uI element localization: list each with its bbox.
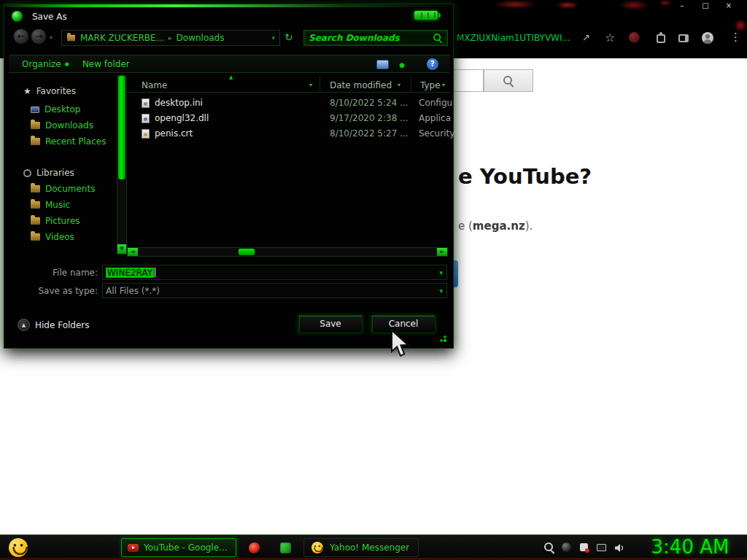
file-list: ▲ Name ▾ Date modified ▾ Type ▾ desktop.… [127, 75, 450, 246]
hide-folders-button[interactable]: ▲ Hide Folders [18, 319, 90, 331]
column-type-dropdown-icon[interactable]: ▾ [442, 82, 445, 88]
scrollbar-thumb[interactable] [118, 76, 125, 179]
paint-splatter [659, 0, 672, 6]
file-row-opengl32-dll[interactable]: opengl32.dll 9/17/2020 2:38 ... Applica [127, 112, 450, 127]
file-row-crt[interactable]: penis.crt 8/10/2022 5:27 ... Security [127, 127, 450, 142]
column-date-modified[interactable]: Date modified [330, 80, 392, 90]
sidebar-item-documents[interactable]: Documents [31, 183, 95, 195]
file-list-hscrollbar[interactable]: ◄ ► [127, 247, 448, 257]
save-as-type-dropdown-icon[interactable]: ▾ [439, 287, 443, 295]
file-name-dropdown-icon[interactable]: ▾ [439, 269, 443, 276]
favorites-header[interactable]: ★ Favorites [23, 85, 76, 97]
scroll-down-icon[interactable]: ▼ [117, 244, 126, 254]
certificate-file-icon [142, 129, 150, 139]
taskbar-app-icon-red[interactable] [249, 542, 260, 553]
dialog-search-box[interactable]: Search Downloads [303, 30, 448, 46]
yahoo-smiley-icon [311, 542, 323, 553]
search-placeholder: Search Downloads [309, 33, 433, 43]
paint-splatter [493, 0, 537, 9]
new-folder-button[interactable]: New folder [82, 59, 130, 69]
tray-search-icon[interactable] [544, 542, 554, 553]
favorites-star-icon: ★ [23, 87, 31, 96]
column-date-dropdown-icon[interactable]: ▾ [398, 82, 400, 88]
organize-button[interactable]: Organize● [22, 59, 69, 69]
bookmark-star-icon[interactable]: ☆ [605, 31, 615, 44]
nav-history-dropdown-icon[interactable]: ▾ [50, 34, 53, 41]
window-minimize-button[interactable]: – [674, 1, 690, 10]
breadcrumb-downloads[interactable]: Downloads [177, 33, 225, 43]
tray-sphere-icon[interactable] [561, 542, 572, 553]
forward-button[interactable]: → [31, 28, 47, 44]
views-dropdown-icon[interactable]: ● [399, 61, 405, 69]
taskbar-clock[interactable]: 3:40 AM [642, 535, 738, 559]
paint-splatter [556, 1, 579, 9]
mega-link[interactable]: mega.nz [473, 219, 525, 233]
dialog-toolbar: Organize● New folder ● ? [9, 55, 450, 73]
page-heading-fragment: e YouTube? [458, 164, 592, 189]
dialog-sidebar: ★ Favorites Desktop Downloads Recent Pla… [9, 75, 117, 254]
sidebar-item-recent-places[interactable]: Recent Places [31, 136, 106, 147]
videos-icon [31, 233, 40, 241]
start-button-smiley-icon[interactable] [9, 538, 28, 557]
save-as-dialog: Save As ← → ▾ MARK ZUCKERBE... ▸ Downloa… [4, 4, 454, 349]
refresh-icon[interactable]: ↻ [285, 32, 293, 42]
sidebar-item-music[interactable]: Music [31, 199, 70, 211]
folder-icon [67, 35, 75, 42]
sidebar-item-videos[interactable]: Videos [31, 231, 74, 243]
column-name-dropdown-icon[interactable]: ▾ [309, 82, 312, 88]
libraries-icon [23, 169, 31, 177]
sidebar-scrollbar[interactable]: ▼ [117, 75, 127, 254]
scroll-right-icon[interactable]: ► [437, 248, 447, 256]
menu-dots-icon[interactable]: ⋮ [730, 31, 741, 44]
tray-volume-icon[interactable] [614, 543, 625, 553]
dialog-app-icon [12, 11, 23, 22]
sidebar-item-pictures[interactable]: Pictures [31, 215, 80, 227]
dll-file-icon [142, 114, 150, 123]
resize-grip[interactable] [438, 333, 446, 342]
back-button[interactable]: ← [13, 28, 29, 44]
save-button[interactable]: Save [298, 315, 363, 333]
battery-icon [414, 11, 438, 20]
tray-notification-icon[interactable] [580, 543, 588, 551]
desktop: – □ × MXZIUXNiam1UTIBYVWI... ↗ ☆ ⋮ e You… [0, 0, 747, 560]
window-maximize-button[interactable]: □ [697, 1, 713, 10]
column-name[interactable]: Name [142, 80, 167, 90]
desktop-icon [31, 106, 39, 113]
file-row-desktop-ini[interactable]: desktop.ini 8/10/2022 5:24 ... Configu [127, 96, 450, 112]
youtube-icon [128, 544, 139, 552]
file-name-input[interactable]: WINE2RAY ▾ [102, 265, 447, 280]
breadcrumb[interactable]: MARK ZUCKERBE... ▸ Downloads ▾ [61, 30, 280, 46]
address-bar-text[interactable]: MXZIUXNiam1UTIBYVWI... [457, 33, 570, 43]
file-name-value: WINE2RAY [106, 268, 154, 278]
hscrollbar-thumb[interactable] [239, 249, 255, 255]
breadcrumb-dropdown-icon[interactable]: ▾ [271, 34, 275, 42]
save-as-type-label: Save as type: [4, 286, 98, 296]
sidebar-item-downloads[interactable]: Downloads [31, 120, 93, 131]
libraries-header[interactable]: Libraries [23, 167, 74, 179]
column-type[interactable]: Type [420, 80, 441, 90]
collapse-up-icon: ▲ [18, 319, 30, 331]
pictures-icon [31, 217, 40, 225]
profile-icon[interactable] [702, 32, 713, 44]
ini-file-icon [142, 98, 150, 108]
scroll-left-icon[interactable]: ◄ [128, 248, 138, 256]
account-avatar[interactable] [629, 32, 640, 43]
taskbar-item-yahoo-messenger[interactable]: Yahoo! Messenger [303, 538, 419, 557]
page-search-button[interactable] [484, 69, 533, 92]
search-icon [433, 34, 442, 42]
share-icon[interactable]: ↗ [582, 32, 590, 43]
extensions-puzzle-icon[interactable] [657, 34, 665, 43]
taskbar-app-icon-green[interactable] [280, 542, 291, 553]
help-icon[interactable]: ? [427, 58, 438, 70]
tray-network-icon[interactable] [597, 544, 606, 551]
views-icon[interactable] [376, 60, 389, 69]
sort-ascending-icon: ▲ [229, 74, 233, 80]
save-as-type-value: All Files (*.*) [106, 286, 160, 296]
side-panel-icon[interactable] [678, 34, 689, 42]
save-as-type-select[interactable]: All Files (*.*) ▾ [102, 283, 447, 298]
window-close-button[interactable]: × [721, 1, 737, 10]
recent-places-icon [31, 138, 40, 145]
sidebar-item-desktop[interactable]: Desktop [31, 104, 81, 115]
taskbar-item-youtube[interactable]: YouTube - Google C... [121, 538, 236, 557]
breadcrumb-user[interactable]: MARK ZUCKERBE... [80, 33, 164, 43]
